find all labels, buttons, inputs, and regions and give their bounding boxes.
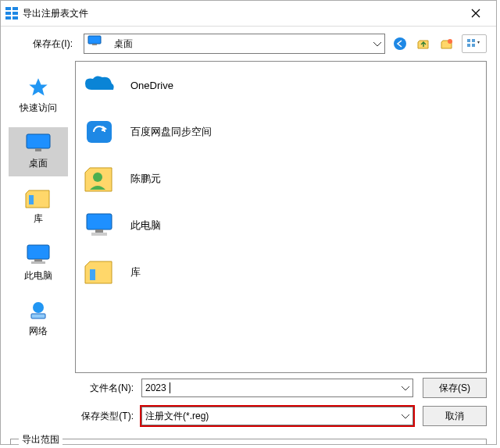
desktop-icon [88,35,109,52]
sidebar-item-desktop[interactable]: 桌面 [9,127,68,176]
export-range-legend: 导出范围 [19,433,62,445]
sidebar-item-label: 桌面 [29,157,48,170]
back-button[interactable] [391,35,409,52]
sidebar-item-thispc[interactable]: 此电脑 [9,238,68,289]
sidebar-item-network[interactable]: 网络 [9,295,68,344]
svg-rect-13 [472,44,475,47]
svg-rect-15 [35,148,41,151]
filename-value: 2023 [145,382,166,393]
sidebar-item-quickaccess[interactable]: 快速访问 [9,72,68,121]
titlebar: 导出注册表文件 [1,1,496,27]
svg-point-20 [33,302,44,313]
sidebar-item-libraries[interactable]: 库 [9,183,68,232]
svg-rect-27 [90,269,95,280]
export-registry-dialog: 导出注册表文件 保存在(I): 桌面 快速访问 [0,0,497,445]
svg-rect-18 [34,259,42,261]
network-icon [27,300,49,322]
sidebar-item-label: 网络 [29,325,48,338]
svg-rect-14 [27,134,50,148]
svg-rect-24 [87,214,112,229]
filetype-dropdown[interactable]: 注册文件(*.reg) [141,407,413,425]
svg-rect-19 [31,261,45,264]
file-item-libraries[interactable]: 库 [76,249,486,296]
svg-point-8 [394,37,406,50]
svg-rect-26 [91,233,107,236]
svg-rect-11 [472,39,475,42]
libraries-icon [24,187,52,209]
close-button[interactable] [460,2,491,24]
filename-input[interactable]: 2023 [141,379,413,397]
svg-rect-0 [5,7,11,10]
baidu-sync-icon [82,116,116,148]
svg-rect-25 [95,229,103,233]
views-button[interactable] [462,34,487,53]
svg-rect-16 [29,195,34,204]
file-name: 陈鹏元 [130,172,161,186]
svg-rect-2 [5,12,11,15]
filetype-value: 注册文件(*.reg) [145,410,209,423]
pc-icon [25,243,52,266]
svg-rect-22 [87,121,112,143]
svg-rect-21 [31,314,45,318]
svg-rect-6 [88,36,101,44]
chevron-down-icon [402,411,409,421]
save-in-row: 保存在(I): 桌面 [1,27,496,61]
regedit-icon [5,7,18,20]
file-name: 此电脑 [130,219,161,233]
cancel-button[interactable]: 取消 [423,406,487,426]
svg-rect-12 [467,44,470,47]
places-sidebar: 快速访问 桌面 库 此电脑 网络 [1,61,75,373]
svg-point-9 [448,39,452,44]
user-folder-icon [82,163,116,194]
file-name: OneDrive [130,80,173,91]
filename-label: 文件名(N): [1,382,141,395]
file-item-user[interactable]: 陈鹏元 [76,155,486,202]
svg-rect-1 [12,7,18,10]
svg-rect-7 [92,44,97,45]
svg-rect-17 [27,245,49,259]
export-range-fieldset: 导出范围 全部(A) 所选分支(E) [10,439,487,445]
pc-icon [82,211,116,240]
location-dropdown[interactable]: 桌面 [84,34,385,54]
location-value: 桌面 [114,37,133,51]
file-item-thispc[interactable]: 此电脑 [76,202,486,249]
desktop-icon [24,132,52,154]
file-name: 百度网盘同步空间 [130,125,212,139]
sidebar-item-label: 此电脑 [24,269,52,283]
save-button[interactable]: 保存(S) [423,378,487,398]
sidebar-item-label: 库 [34,212,43,226]
dialog-title: 导出注册表文件 [23,7,460,20]
svg-rect-5 [12,16,18,20]
up-one-level-button[interactable] [415,35,432,52]
chevron-down-icon [373,38,381,49]
new-folder-button[interactable] [438,35,455,52]
onedrive-icon [82,73,116,98]
file-name: 库 [130,265,141,279]
svg-point-23 [93,172,102,182]
file-list[interactable]: OneDrive 百度网盘同步空间 陈鹏元 此电脑 库 [75,61,487,373]
svg-rect-10 [467,39,470,42]
svg-rect-3 [12,12,18,15]
sidebar-item-label: 快速访问 [20,101,57,115]
star-icon [27,76,49,98]
svg-rect-4 [5,16,11,20]
file-item-onedrive[interactable]: OneDrive [76,62,486,108]
file-item-baidu[interactable]: 百度网盘同步空间 [76,108,486,155]
filetype-label: 保存类型(T): [1,410,141,423]
save-in-label: 保存在(I): [10,37,77,51]
libraries-icon [82,258,116,286]
chevron-down-icon [402,382,409,393]
